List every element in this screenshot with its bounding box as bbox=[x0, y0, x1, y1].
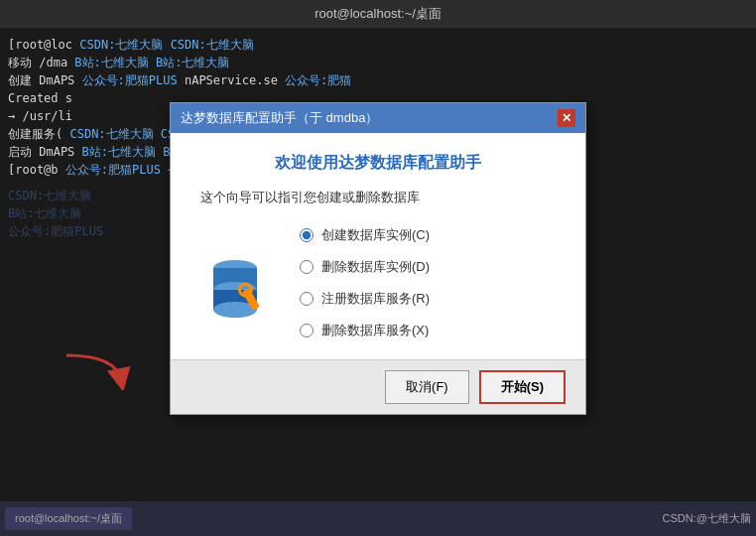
taskbar: root@localhost:~/桌面 CSDN:@七维大脑 bbox=[0, 501, 756, 536]
radio-delete-service[interactable] bbox=[300, 324, 314, 337]
term-line-1: [root@loc CSDN:七维大脑 CSDN:七维大脑 bbox=[8, 36, 748, 54]
radio-label-create-instance: 创建数据库实例(C) bbox=[321, 226, 430, 244]
radio-label-delete-instance: 删除数据库实例(D) bbox=[321, 258, 430, 276]
dialog-body: 欢迎使用达梦数据库配置助手 这个向导可以指引您创建或删除数据库 bbox=[171, 133, 585, 359]
radio-option-delete-instance[interactable]: 删除数据库实例(D) bbox=[300, 258, 556, 276]
dialog-footer: 取消(F) 开始(S) bbox=[171, 359, 585, 414]
database-icon bbox=[200, 250, 280, 330]
dialog-options: 创建数据库实例(C) 删除数据库实例(D) 注册数据库服务(R) 删除数据库服务… bbox=[300, 226, 556, 339]
dialog-title: 达梦数据库配置助手（于 dmdba） bbox=[181, 109, 378, 127]
radio-option-delete-service[interactable]: 删除数据库服务(X) bbox=[300, 322, 556, 339]
radio-register-service[interactable] bbox=[300, 292, 314, 306]
cancel-button[interactable]: 取消(F) bbox=[385, 370, 469, 404]
dialog-welcome-title: 欢迎使用达梦数据库配置助手 bbox=[200, 153, 556, 174]
arrow-icon bbox=[57, 350, 136, 390]
dialog-close-button[interactable]: ✕ bbox=[558, 109, 575, 127]
start-button[interactable]: 开始(S) bbox=[479, 370, 566, 404]
dialog: 达梦数据库配置助手（于 dmdba） ✕ 欢迎使用达梦数据库配置助手 这个向导可… bbox=[170, 102, 586, 415]
term-line-3: 创建 DmAPS 公众号:肥猫PLUS nAPService.se 公众号:肥猫 bbox=[8, 71, 748, 89]
dialog-content-area: 创建数据库实例(C) 删除数据库实例(D) 注册数据库服务(R) 删除数据库服务… bbox=[200, 226, 556, 339]
taskbar-terminal-item[interactable]: root@localhost:~/桌面 bbox=[5, 507, 132, 530]
taskbar-right-text: CSDN:@七维大脑 bbox=[663, 511, 751, 526]
dialog-titlebar: 达梦数据库配置助手（于 dmdba） ✕ bbox=[171, 103, 585, 133]
term-line-2: 移动 /dma B站:七维大脑 B站:七维大脑 bbox=[8, 54, 748, 71]
radio-delete-instance[interactable] bbox=[300, 260, 314, 274]
dialog-icon-area bbox=[200, 226, 280, 339]
radio-create-instance[interactable] bbox=[300, 228, 314, 242]
radio-label-delete-service: 删除数据库服务(X) bbox=[321, 322, 429, 339]
terminal-title: root@localhost:~/桌面 bbox=[315, 6, 441, 21]
dialog-subtitle: 这个向导可以指引您创建或删除数据库 bbox=[200, 189, 556, 206]
radio-option-register-service[interactable]: 注册数据库服务(R) bbox=[300, 290, 556, 308]
terminal-titlebar: root@localhost:~/桌面 bbox=[0, 0, 756, 28]
radio-label-register-service: 注册数据库服务(R) bbox=[321, 290, 430, 308]
radio-option-create-instance[interactable]: 创建数据库实例(C) bbox=[300, 226, 556, 244]
